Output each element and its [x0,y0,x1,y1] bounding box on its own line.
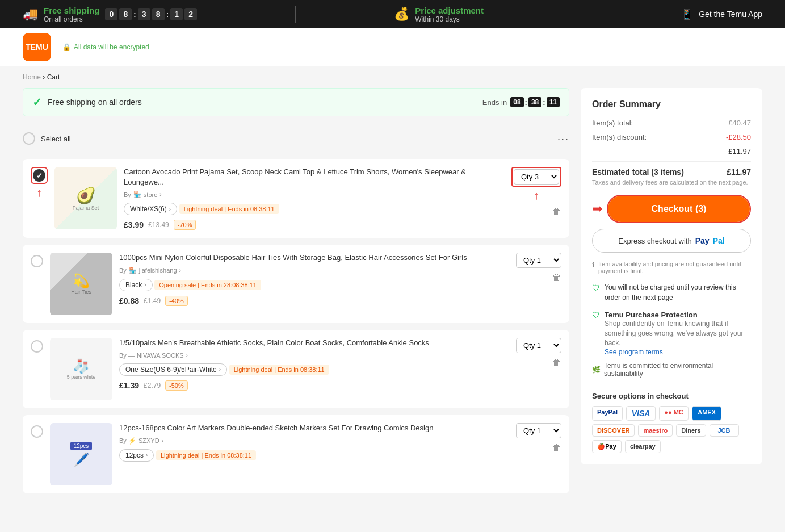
item3-delete-button[interactable]: 🗑 [552,358,561,368]
secure-divider [592,386,751,386]
item1-checkbox-wrapper: ✓ ↑ [31,167,48,199]
item3-checkbox[interactable] [31,340,43,353]
paypal-icon: PayPal [592,406,623,421]
item4-variant[interactable]: 12pcs › [119,449,154,462]
countdown-seconds: 11 [547,97,560,107]
checkout-button[interactable]: Checkout (3) [608,196,750,222]
item2-qty-select[interactable]: Qty 1 Qty 2 Qty 3 [516,253,561,268]
breadcrumb: Home › Cart [0,66,785,88]
item1-qty-select[interactable]: Qty 1 Qty 2 Qty 3 Qty 4 Qty 5 [514,169,559,185]
free-shipping-banner: ✓ Free shipping on all orders Ends in 08… [23,88,569,116]
digit-3: 8 [152,8,165,20]
temu-logo[interactable]: TEMU [23,33,51,61]
checkmark-icon: ✓ [32,95,42,109]
item3-checkbox-wrapper [31,340,43,353]
item4-title: 12pcs-168pcs Color Art Markers Double-en… [119,423,486,433]
free-shipping-sub: On all orders [44,15,99,23]
item2-delete-button[interactable]: 🗑 [552,273,561,283]
item3-qty-select[interactable]: Qty 1 Qty 2 Qty 3 [516,338,561,353]
price-adjustment-section: 💰 Price adjustment Within 30 days [394,6,484,23]
item2-discount: -40% [165,296,188,306]
item3-details: 1/5/10pairs Men's Breathable Athletic So… [119,338,486,390]
item3-store: By — NIVAWA SOCKS › [119,352,486,359]
items-discount-value: -£28.50 [726,133,751,141]
digit-4: 1 [170,8,183,20]
item1-variant[interactable]: White/XS(6) › [124,203,177,215]
item2-price: £0.88 [119,296,139,305]
countdown-hours: 08 [510,97,523,107]
item2-checkbox-wrapper [31,255,43,267]
main-layout: ✓ Free shipping on all orders Ends in 08… [0,88,785,523]
item1-checkbox[interactable]: ✓ [33,169,45,182]
discover-icon: DISCOVER [592,424,635,437]
checkout-red-box: Checkout (3) [607,195,751,223]
countdown-minutes: 38 [528,97,541,107]
items-total-label: Item(s) total: [592,119,633,127]
summary-divider [592,161,751,162]
select-all-checkbox[interactable] [23,132,35,145]
cart-item-4: 12pcs 🖊️ 12pcs-168pcs Color Art Markers … [23,415,569,493]
item1-delete-button[interactable]: 🗑 [552,207,561,217]
item4-variant-chevron: › [146,452,148,458]
item3-title: 1/5/10pairs Men's Breathable Athletic So… [119,338,486,348]
mastercard-icon: ●● MC [659,406,689,421]
paypal-pp: Pal [713,236,725,245]
breadcrumb-home[interactable]: Home [23,73,41,81]
item3-image: 🧦 5 pairs white [50,338,112,400]
cart-item-2: 💫 Hair Ties 1000pcs Mini Nylon Colorful … [23,245,569,323]
not-charged-note: 🛡 You will not be charged until you revi… [592,282,751,303]
see-program-link[interactable]: See program terms [605,348,663,356]
cart-item-3: 🧦 5 pairs white 1/5/10pairs Men's Breath… [23,330,569,408]
cart-section: ✓ Free shipping on all orders Ends in 08… [23,88,569,500]
checkout-arrow-icon: ➡ [592,202,602,216]
item2-checkbox[interactable] [31,255,43,267]
lock-icon: 🔒 [62,43,71,51]
protection-shield-icon: 🛡 [592,311,600,320]
item2-image: 💫 Hair Ties [50,253,112,315]
encrypt-notice: 🔒 All data will be encrypted [62,43,149,51]
item4-checkbox[interactable] [31,425,43,438]
item1-variant-chevron: › [169,206,171,212]
diners-icon: Diners [676,424,706,437]
phone-icon: 📱 [681,8,693,20]
express-checkout-button[interactable]: Express checkout with PayPal [592,229,751,253]
select-all-label: Select all [41,135,71,143]
subtotal-row: £11.97 [592,147,751,156]
item1-image: 🥑 Pajama Set [54,167,117,229]
item4-image: 12pcs 🖊️ [50,423,112,485]
item4-qty-select[interactable]: Qty 1 Qty 2 Qty 3 [516,423,561,438]
item1-original-price: £13.49 [148,221,169,229]
item4-store-arrow: › [162,438,163,444]
ends-in-section: Ends in 08 : 38 : 11 [482,97,560,107]
items-total-value: £40.47 [728,119,751,127]
top-banner: 🚚 Free shipping On all orders 0 8 : 3 8 … [0,0,785,28]
more-options-button[interactable]: ··· [557,133,569,145]
item3-deal-badge: Lightning deal | Ends in 08:38:11 [229,365,329,375]
item1-right: Qty 1 Qty 2 Qty 3 Qty 4 Qty 5 ↑ 🗑 [493,167,561,217]
item3-store-arrow: › [186,352,188,358]
banner-divider-2 [582,6,582,23]
summary-title: Order Summary [592,99,751,110]
info-icon: ℹ [592,261,595,274]
item4-delete-button[interactable]: 🗑 [552,443,561,453]
item1-details: Cartoon Avocado Print Pajama Set, Scoop … [124,167,486,230]
item2-title: 1000pcs Mini Nylon Colorful Disposable H… [119,253,486,263]
item2-details: 1000pcs Mini Nylon Colorful Disposable H… [119,253,486,305]
item2-variant[interactable]: Black › [119,279,153,291]
app-text: Get the Temu App [699,10,762,19]
header: TEMU 🔒 All data will be encrypted [0,28,785,66]
items-discount-label: Item(s) discount: [592,133,647,141]
select-all-row: Select all ··· [23,125,569,152]
banner-timer: 0 8 : 3 8 : 1 2 [105,8,197,20]
paypal-label: Pay [695,236,710,245]
item1-discount: -70% [174,220,196,230]
item2-original-price: £1.49 [144,297,161,305]
price-adj-title: Price adjustment [415,6,484,15]
checkout-wrapper: ➡ Checkout (3) [592,195,751,223]
maestro-icon: maestro [638,424,673,437]
item3-variant[interactable]: One Size(US 6-9)/5Pair-White › [119,363,227,376]
item3-right: Qty 1 Qty 2 Qty 3 🗑 [493,338,561,368]
item2-store-arrow: › [179,267,181,274]
estimated-total-label: Estimated total (3 items) [592,167,684,177]
digit-5: 2 [184,8,197,20]
